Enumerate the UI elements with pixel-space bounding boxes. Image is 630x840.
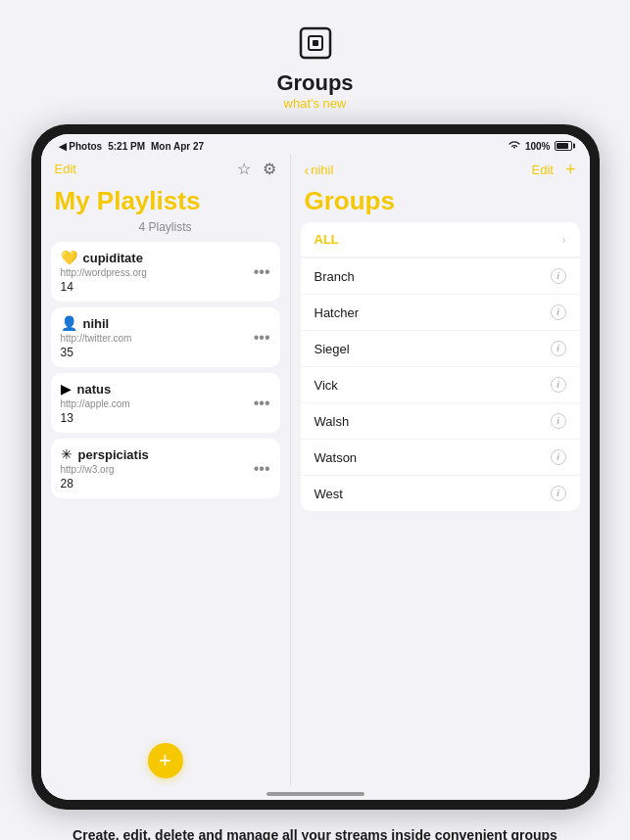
left-title: My Playlists bbox=[41, 182, 290, 220]
ipad-frame: ◀ Photos 5:21 PM Mon Apr 27 100% bbox=[31, 124, 600, 810]
playlist-url: http://w3.org bbox=[61, 464, 149, 475]
groups-list: ALL › Branch i Hatcher i Siegel i Vick i… bbox=[291, 222, 590, 786]
info-icon[interactable]: i bbox=[551, 486, 566, 501]
playlist-item[interactable]: 👤 nihil http://twitter.com 35 ••• bbox=[51, 307, 280, 367]
group-name: Walsh bbox=[315, 414, 350, 429]
group-row[interactable]: West i bbox=[301, 475, 580, 511]
playlist-count: 35 bbox=[61, 346, 132, 359]
playlist-emoji: 💛 bbox=[61, 250, 77, 265]
app-subtitle: what's new bbox=[284, 96, 347, 111]
group-row[interactable]: Vick i bbox=[301, 366, 580, 402]
playlist-url: http://apple.com bbox=[61, 398, 130, 409]
svg-rect-2 bbox=[313, 40, 318, 46]
info-icon[interactable]: i bbox=[551, 268, 566, 284]
playlist-item[interactable]: ▶ natus http://apple.com 13 ••• bbox=[51, 373, 280, 433]
more-button[interactable]: ••• bbox=[254, 263, 270, 281]
status-time: 5:21 PM bbox=[108, 141, 145, 152]
right-edit-button[interactable]: Edit bbox=[532, 163, 554, 177]
add-fab-button[interactable]: + bbox=[148, 743, 183, 778]
playlist-emoji: 👤 bbox=[61, 315, 77, 331]
right-toolbar: ‹ nihil Edit + bbox=[291, 154, 590, 184]
playlist-item-info: ▶ natus http://apple.com 13 bbox=[61, 381, 130, 425]
left-subtitle: 4 Playlists bbox=[41, 220, 290, 242]
group-name: Siegel bbox=[315, 342, 350, 356]
group-all-row[interactable]: ALL › bbox=[301, 222, 580, 257]
status-right: 100% bbox=[508, 140, 572, 152]
group-chevron-icon: › bbox=[562, 233, 566, 247]
playlist-name: nihil bbox=[83, 316, 110, 331]
right-toolbar-actions: Edit + bbox=[532, 160, 576, 180]
more-button[interactable]: ••• bbox=[254, 329, 270, 347]
chevron-left-icon: ‹ bbox=[305, 163, 310, 178]
app-header: Groups what's new bbox=[0, 0, 630, 124]
playlist-name: cupiditate bbox=[83, 251, 143, 265]
playlist-item[interactable]: 💛 cupiditate http://wordpress.org 14 ••• bbox=[51, 242, 280, 302]
more-button[interactable]: ••• bbox=[254, 395, 270, 412]
right-title: Groups bbox=[291, 184, 590, 222]
playlist-emoji: ✳ bbox=[61, 446, 73, 462]
group-name: Watson bbox=[315, 450, 358, 465]
toolbar-icons: ☆ ⚙ bbox=[237, 160, 276, 178]
left-edit-button[interactable]: Edit bbox=[55, 162, 76, 176]
playlist-item-info: 👤 nihil http://twitter.com 35 bbox=[61, 315, 132, 359]
info-icon[interactable]: i bbox=[551, 304, 566, 320]
battery-icon bbox=[555, 141, 572, 151]
playlist-name: natus bbox=[77, 382, 112, 397]
content-area: Edit ☆ ⚙ My Playlists 4 Playlists 💛 cupi… bbox=[41, 154, 590, 786]
battery-pct: 100% bbox=[525, 141, 551, 152]
bottom-caption: Create, edit, delete and manage all your… bbox=[33, 810, 597, 840]
info-icon[interactable]: i bbox=[551, 341, 566, 356]
group-row[interactable]: Siegel i bbox=[301, 330, 580, 366]
playlist-count: 13 bbox=[61, 411, 130, 425]
right-add-button[interactable]: + bbox=[565, 160, 576, 180]
group-row[interactable]: Walsh i bbox=[301, 402, 580, 439]
playlist-item-info: ✳ perspiciatis http://w3.org 28 bbox=[61, 446, 149, 490]
left-toolbar: Edit ☆ ⚙ bbox=[41, 154, 290, 182]
back-label: nihil bbox=[311, 163, 333, 177]
group-all-label: ALL bbox=[315, 232, 339, 247]
playlist-item-info: 💛 cupiditate http://wordpress.org 14 bbox=[61, 250, 147, 294]
info-icon[interactable]: i bbox=[551, 377, 566, 393]
app-title: Groups bbox=[276, 70, 353, 96]
status-bar: ◀ Photos 5:21 PM Mon Apr 27 100% bbox=[41, 134, 590, 154]
group-name: Vick bbox=[315, 378, 338, 393]
gear-icon[interactable]: ⚙ bbox=[263, 160, 276, 178]
group-name: Branch bbox=[315, 269, 355, 284]
playlist-emoji: ▶ bbox=[61, 381, 72, 397]
app-icon bbox=[294, 22, 337, 65]
star-icon[interactable]: ☆ bbox=[237, 160, 251, 178]
photos-label: ◀ Photos bbox=[59, 141, 103, 152]
status-day: Mon Apr 27 bbox=[151, 141, 204, 152]
right-panel: ‹ nihil Edit + Groups ALL › Branch i bbox=[291, 154, 590, 786]
home-bar bbox=[267, 792, 364, 796]
group-row[interactable]: Branch i bbox=[301, 257, 580, 294]
group-row[interactable]: Hatcher i bbox=[301, 294, 580, 330]
group-row[interactable]: Watson i bbox=[301, 439, 580, 475]
info-icon[interactable]: i bbox=[551, 413, 566, 429]
more-button[interactable]: ••• bbox=[254, 460, 270, 478]
status-left: ◀ Photos 5:21 PM Mon Apr 27 bbox=[59, 141, 205, 152]
left-panel: Edit ☆ ⚙ My Playlists 4 Playlists 💛 cupi… bbox=[41, 154, 291, 786]
playlist-name: perspiciatis bbox=[78, 447, 149, 462]
info-icon[interactable]: i bbox=[551, 449, 566, 465]
group-name: Hatcher bbox=[315, 305, 360, 320]
wifi-icon bbox=[508, 140, 521, 152]
back-button[interactable]: ‹ nihil bbox=[305, 163, 334, 178]
group-name: West bbox=[315, 487, 343, 501]
playlist-count: 14 bbox=[61, 280, 147, 294]
playlist-count: 28 bbox=[61, 477, 149, 490]
playlist-url: http://wordpress.org bbox=[61, 267, 147, 278]
home-indicator bbox=[41, 786, 590, 800]
playlist-url: http://twitter.com bbox=[61, 333, 132, 344]
playlist-item[interactable]: ✳ perspiciatis http://w3.org 28 ••• bbox=[51, 439, 280, 498]
ipad-screen: ◀ Photos 5:21 PM Mon Apr 27 100% bbox=[41, 134, 590, 800]
playlist-list: 💛 cupiditate http://wordpress.org 14 •••… bbox=[41, 242, 290, 735]
